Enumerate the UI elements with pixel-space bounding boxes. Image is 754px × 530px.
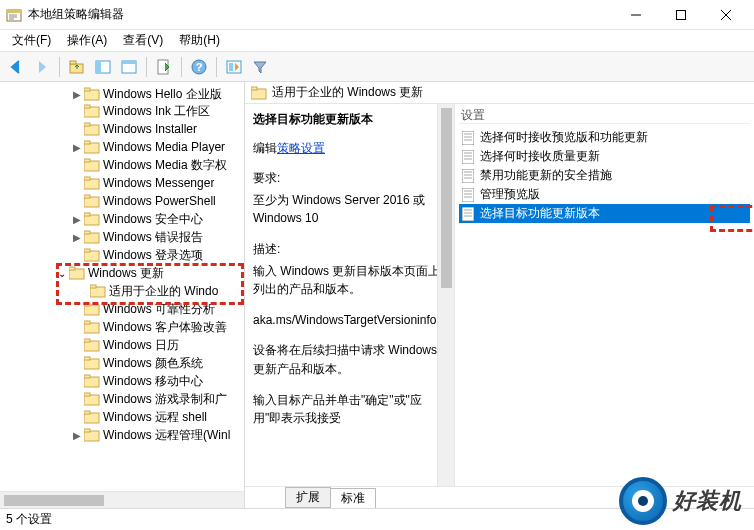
tree-item-label: Windows Messenger (103, 176, 214, 190)
separator (146, 57, 147, 77)
tree-item-label: Windows 移动中心 (103, 373, 203, 390)
tree-item[interactable]: Windows Media 数字权 (0, 156, 244, 174)
setting-item[interactable]: 禁用功能更新的安全措施 (459, 166, 750, 185)
tree-item[interactable]: Windows 游戏录制和广 (0, 390, 244, 408)
tree-item-label: Windows 远程管理(Winl (103, 427, 230, 444)
tree-item-label: Windows 远程 shell (103, 409, 207, 426)
help-button[interactable]: ? (187, 55, 211, 79)
filter-button[interactable] (248, 55, 272, 79)
tree-item[interactable]: Windows 颜色系统 (0, 354, 244, 372)
caret-right-icon: ▶ (70, 214, 84, 225)
setting-item[interactable]: 选择何时接收质量更新 (459, 147, 750, 166)
svg-rect-10 (70, 61, 76, 64)
folder-icon (84, 392, 100, 406)
svg-rect-59 (84, 429, 90, 432)
maximize-button[interactable] (658, 1, 703, 29)
folder-icon (84, 176, 100, 190)
tree-item[interactable]: Windows Installer (0, 120, 244, 138)
edit-policy-link[interactable]: 策略设置 (277, 141, 325, 155)
tree-item-label: Windows PowerShell (103, 194, 216, 208)
folder-icon (84, 140, 100, 154)
folder-icon (90, 284, 106, 298)
svg-rect-78 (462, 207, 474, 221)
detail-vertical-scrollbar[interactable] (437, 104, 454, 486)
menu-action[interactable]: 操作(A) (59, 30, 115, 51)
folder-icon (84, 320, 100, 334)
setting-item[interactable]: 管理预览版 (459, 185, 750, 204)
tree-item-label: Windows Ink 工作区 (103, 103, 210, 120)
caret-right-icon: ▶ (70, 232, 84, 243)
tree-item[interactable]: Windows 日历 (0, 336, 244, 354)
scrollbar-thumb[interactable] (441, 108, 452, 288)
minimize-button[interactable] (613, 1, 658, 29)
tree-item[interactable]: Windows Ink 工作区 (0, 102, 244, 120)
tree-item[interactable]: Windows 可靠性分析 (0, 300, 244, 318)
setting-item[interactable]: 选择何时接收预览版和功能更新 (459, 128, 750, 147)
tree-item[interactable]: Windows PowerShell (0, 192, 244, 210)
content-pane: 适用于企业的 Windows 更新 选择目标功能更新版本 编辑策略设置 要求: … (245, 82, 754, 508)
desc-label: 描述: (253, 240, 446, 259)
svg-rect-45 (84, 303, 90, 306)
menu-view[interactable]: 查看(V) (115, 30, 171, 51)
svg-rect-53 (84, 375, 90, 378)
svg-text:?: ? (196, 61, 203, 73)
back-button[interactable] (4, 55, 28, 79)
tree-item[interactable]: ▶Windows 远程管理(Winl (0, 426, 244, 444)
tree-item-business-windows[interactable]: 适用于企业的 Windo (0, 282, 244, 300)
tree-item-label: Windows Installer (103, 122, 197, 136)
folder-icon (84, 87, 100, 101)
tree-item[interactable]: ▶Windows Hello 企业版 (0, 84, 244, 102)
folder-icon (84, 158, 100, 172)
tree-item-label: 适用于企业的 Windo (109, 283, 218, 300)
refresh-button[interactable] (152, 55, 176, 79)
tab-extended[interactable]: 扩展 (285, 487, 331, 508)
separator (216, 57, 217, 77)
tree-item[interactable]: Windows 登录选项 (0, 246, 244, 264)
svg-rect-41 (69, 267, 75, 270)
caret-right-icon: ▶ (70, 142, 84, 153)
setting-label: 选择目标功能更新版本 (480, 205, 600, 222)
tab-standard[interactable]: 标准 (330, 488, 376, 508)
tree: ▶Windows Hello 企业版 Windows Ink 工作区 Windo… (0, 82, 244, 444)
req-label: 要求: (253, 169, 446, 188)
svg-rect-12 (96, 61, 101, 73)
settings-column-header[interactable]: 设置 (459, 108, 750, 124)
close-button[interactable] (703, 1, 748, 29)
tree-item-label: Windows 游戏录制和广 (103, 391, 227, 408)
properties-button[interactable] (117, 55, 141, 79)
tree-item-label: Windows 可靠性分析 (103, 301, 215, 318)
logo-icon (619, 477, 667, 525)
setting-icon (461, 131, 475, 145)
svg-rect-21 (84, 88, 90, 91)
tree-item[interactable]: Windows 远程 shell (0, 408, 244, 426)
export-button[interactable] (222, 55, 246, 79)
svg-rect-43 (90, 285, 96, 288)
tree-item-windows-update[interactable]: ⌄Windows 更新 (0, 264, 244, 282)
svg-rect-74 (462, 188, 474, 202)
up-button[interactable] (65, 55, 89, 79)
tree-item[interactable]: ▶Windows 错误报告 (0, 228, 244, 246)
show-hide-tree-button[interactable] (91, 55, 115, 79)
tree-item-label: Windows 错误报告 (103, 229, 203, 246)
svg-rect-70 (462, 169, 474, 183)
forward-button[interactable] (30, 55, 54, 79)
tree-item[interactable]: Windows 客户体验改善 (0, 318, 244, 336)
setting-label: 禁用功能更新的安全措施 (480, 167, 612, 184)
menu-file[interactable]: 文件(F) (4, 30, 59, 51)
detail-heading: 选择目标功能更新版本 (253, 110, 446, 129)
tree-scroll[interactable]: ▶Windows Hello 企业版 Windows Ink 工作区 Windo… (0, 82, 244, 491)
setting-icon (461, 188, 475, 202)
tree-item[interactable]: Windows Messenger (0, 174, 244, 192)
desc-text-2: 设备将在后续扫描中请求 Windows 更新产品和版本。 (253, 341, 446, 378)
scrollbar-thumb[interactable] (4, 495, 104, 506)
tree-item[interactable]: ▶Windows 安全中心 (0, 210, 244, 228)
setting-label: 选择何时接收预览版和功能更新 (480, 129, 648, 146)
folder-icon (84, 338, 100, 352)
menu-help[interactable]: 帮助(H) (171, 30, 228, 51)
tree-item[interactable]: Windows 移动中心 (0, 372, 244, 390)
tree-horizontal-scrollbar[interactable] (0, 491, 244, 508)
setting-item-selected[interactable]: 选择目标功能更新版本 (459, 204, 750, 223)
tree-item[interactable]: ▶Windows Media Player (0, 138, 244, 156)
tree-item-label: Windows 日历 (103, 337, 179, 354)
tree-item-label: Windows 安全中心 (103, 211, 203, 228)
